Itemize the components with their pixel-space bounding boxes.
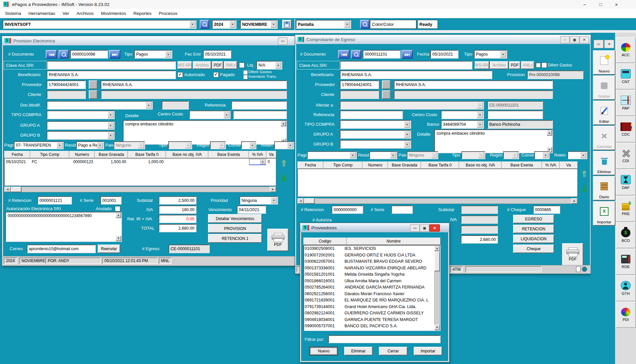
chevron-down-icon[interactable] bbox=[271, 197, 277, 204]
banco-select[interactable]: 3464089704 bbox=[441, 120, 484, 129]
first-record-button[interactable]: |◀◀ bbox=[338, 50, 349, 59]
retencion-input[interactable] bbox=[37, 196, 72, 205]
pago-select[interactable] bbox=[307, 151, 357, 159]
grid-header-baseexenta[interactable]: Base Exenta bbox=[502, 161, 542, 169]
chevron-down-icon[interactable] bbox=[477, 121, 483, 128]
provider-row[interactable]: 0502785264001ANDRADE GARCÍA MARITZA FERN… bbox=[305, 285, 425, 290]
xmls-button[interactable]: XMLs bbox=[224, 61, 237, 69]
referencia-input[interactable] bbox=[340, 111, 403, 119]
chevron-down-icon[interactable] bbox=[404, 131, 410, 138]
month-select[interactable]: NOVIEMBRE bbox=[240, 20, 278, 29]
docmodif-select[interactable] bbox=[47, 101, 153, 110]
year-select[interactable]: 2024 bbox=[212, 20, 237, 29]
egreso-minimize-button[interactable]: − bbox=[560, 36, 570, 43]
grupoa-select[interactable] bbox=[340, 130, 411, 139]
tipo-select[interactable]: Pagos bbox=[474, 50, 507, 59]
module-cnt[interactable]: CNT bbox=[616, 64, 636, 89]
chevron-down-icon[interactable] bbox=[108, 122, 114, 129]
grid-header-basenoobj[interactable]: Base no obj. IVA bbox=[166, 151, 208, 158]
tipocompra-select[interactable] bbox=[47, 111, 115, 119]
filtrar-input[interactable] bbox=[328, 335, 441, 343]
provider-row[interactable]: 0904918034001GARNICA PUENTE TERESA MARGO… bbox=[305, 317, 418, 322]
first-record-button[interactable]: |◀◀ bbox=[46, 50, 57, 59]
grid-header-basegravada[interactable]: Base Gravada bbox=[388, 161, 421, 169]
dialog-importar-button[interactable]: Importar bbox=[414, 347, 442, 355]
grid-header-val[interactable]: Va bbox=[559, 161, 578, 169]
menu-reportes[interactable]: Reportes bbox=[130, 11, 155, 16]
extra-checkbox[interactable] bbox=[536, 63, 541, 68]
chevron-down-icon[interactable] bbox=[543, 152, 549, 158]
grid-cell-numero[interactable]: 000000123 bbox=[69, 159, 93, 164]
diario-button[interactable]: Diario bbox=[593, 176, 615, 201]
autorizado-checkbox[interactable] bbox=[178, 72, 183, 77]
cheque-button[interactable]: Cheque bbox=[513, 245, 554, 253]
search-doc-button[interactable] bbox=[59, 50, 69, 59]
grid-header-baseexenta[interactable]: Base Exenta bbox=[208, 151, 249, 158]
grid-hscroll-thumb[interactable] bbox=[304, 198, 315, 204]
grid-header-basegravada[interactable]: Base Gravada bbox=[95, 151, 128, 158]
module-daf[interactable]: DAF bbox=[616, 169, 636, 195]
conve-select[interactable] bbox=[241, 141, 256, 149]
grid-iva-select[interactable] bbox=[249, 159, 266, 165]
centrocosto-select[interactable] bbox=[189, 111, 231, 119]
print-pdf-button[interactable]: PDF bbox=[562, 243, 583, 266]
chevron-down-icon[interactable] bbox=[165, 51, 171, 58]
anulado-checkbox[interactable] bbox=[115, 206, 120, 211]
provider-row[interactable]: 0791739144001Grand Hotel Americano GHA C… bbox=[305, 304, 416, 309]
provider-row[interactable]: 0103902508001IES. SERVICIOS bbox=[305, 246, 376, 251]
vencimiento-input[interactable] bbox=[237, 205, 266, 214]
grid-header-tipocomp[interactable]: Tipo Comp bbox=[323, 161, 362, 169]
chevron-down-icon[interactable] bbox=[271, 21, 277, 28]
save-button[interactable] bbox=[282, 20, 292, 29]
grid-cell-basetarifa0[interactable]: 1,000.00 bbox=[128, 159, 164, 164]
egreso-maximize-button[interactable]: ▣ bbox=[570, 36, 579, 43]
provider-row[interactable]: 0190072002001GERARDO ORTIZ E HIJOS CIA L… bbox=[305, 253, 415, 257]
move-down-icon[interactable]: ⇓ bbox=[280, 174, 288, 183]
view-select[interactable]: Pantalla bbox=[296, 20, 351, 29]
chevron-down-icon[interactable] bbox=[230, 21, 236, 28]
dialog-minimize-button[interactable]: ▭ bbox=[410, 224, 420, 232]
scroll-right-icon[interactable]: ► bbox=[270, 187, 276, 192]
ws-sri-button[interactable]: WS-SRI bbox=[475, 61, 489, 69]
provider-row[interactable]: 0300622057001BUSTAMANTE BRAVO EDGAR SEVE… bbox=[305, 259, 422, 264]
grid-header-iva[interactable]: % IVA bbox=[542, 161, 559, 169]
scroll-up-icon[interactable]: ▲ bbox=[434, 246, 440, 251]
chevron-down-icon[interactable] bbox=[390, 152, 396, 158]
autorizacion-textarea[interactable]: 00000000000000000000000000001234567890 bbox=[5, 212, 122, 242]
close-button[interactable]: × bbox=[609, 0, 624, 9]
grid-header-basenoobj[interactable]: Base no obj. IVA bbox=[459, 161, 502, 169]
archivo-button[interactable]: Archivo bbox=[490, 61, 508, 69]
proveedor-lookup-button[interactable] bbox=[89, 80, 97, 89]
provision-titlebar[interactable]: $ Provision Electronica bbox=[2, 36, 298, 45]
reenviar-button[interactable]: Reenviar bbox=[98, 245, 120, 253]
grid-header-tipocomp[interactable]: Tipo Comp bbox=[30, 151, 69, 158]
strip-restore-button[interactable]: ▭ bbox=[594, 40, 604, 48]
chevron-down-icon[interactable] bbox=[260, 159, 266, 164]
chevron-down-icon[interactable] bbox=[57, 142, 63, 148]
provider-row[interactable]: 0802982124001GUERRERO CHAVEZ CARMEN GISS… bbox=[305, 311, 424, 315]
move-up-icon[interactable]: ⇑ bbox=[581, 170, 588, 178]
chevron-down-icon[interactable] bbox=[146, 102, 152, 109]
chevron-down-icon[interactable] bbox=[224, 112, 230, 118]
grid-header-basetarifa0[interactable]: Base Tarifa 0 bbox=[128, 151, 166, 158]
menu-sistema[interactable]: Sistema bbox=[1, 11, 25, 16]
scroll-down-icon[interactable]: ▼ bbox=[116, 236, 121, 241]
scroll-up-icon[interactable]: ▲ bbox=[116, 212, 121, 218]
provision-minimize-button[interactable]: ▭ bbox=[278, 37, 288, 45]
cancelar-button[interactable]: × Cancelar bbox=[593, 126, 615, 150]
egreso-close-button[interactable]: ✕ bbox=[579, 36, 589, 43]
diferir-checkbox[interactable] bbox=[243, 70, 248, 75]
grabar-button[interactable]: Grabar bbox=[593, 75, 615, 100]
scroll-left-icon[interactable]: ◄ bbox=[297, 198, 304, 204]
dialog-eliminar-button[interactable]: Eliminar bbox=[344, 347, 373, 355]
dialog-col-nombre[interactable]: Nombre bbox=[346, 238, 441, 245]
cliente-lookup-button[interactable] bbox=[89, 90, 97, 99]
resid-select[interactable] bbox=[369, 151, 397, 159]
proveedor-id-input[interactable] bbox=[340, 80, 379, 89]
grid-header-fecha[interactable]: Fecha bbox=[297, 161, 323, 169]
ws-sri-button[interactable]: WS-SRI bbox=[178, 61, 192, 69]
dialog-maximize-button[interactable]: ▣ bbox=[420, 224, 429, 232]
scroll-up-icon[interactable]: ▲ bbox=[547, 130, 552, 136]
chevron-down-icon[interactable] bbox=[189, 21, 195, 28]
last-record-button[interactable]: ▶▶| bbox=[109, 50, 120, 59]
